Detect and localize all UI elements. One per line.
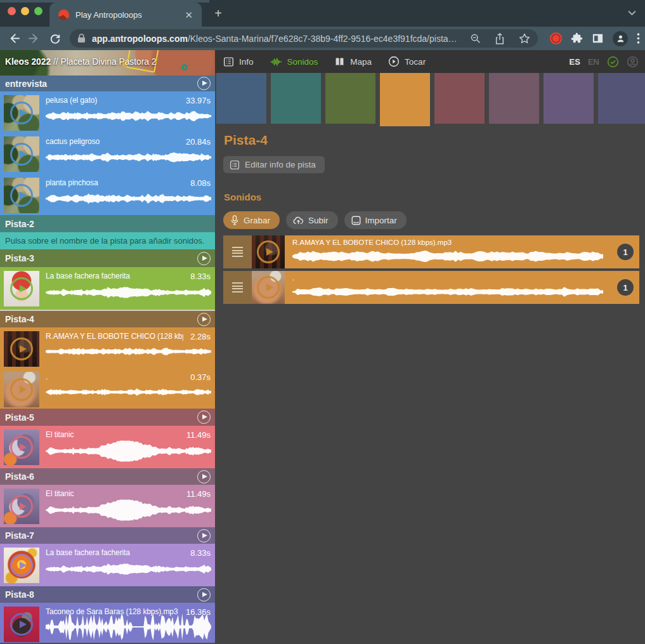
import-button[interactable]: Importar (344, 211, 407, 229)
sidebar-sound-row[interactable]: planta pinchosa8.08s (0, 174, 215, 215)
track-swatch-2[interactable] (271, 73, 321, 124)
sound-thumbnail[interactable] (252, 271, 285, 304)
play-track-icon[interactable] (197, 588, 211, 601)
waveform[interactable] (46, 384, 211, 400)
side-panel-icon[interactable] (592, 32, 604, 44)
track-header-Pista-6[interactable]: Pista-6 (0, 468, 215, 485)
play-track-icon[interactable] (197, 470, 211, 483)
address-bar[interactable]: app.antropoloops.com/Kleos-Santa-Marina/… (70, 29, 538, 48)
sidebar-sound-row[interactable]: La base fachera facherita8.33s (0, 544, 215, 586)
sound-thumbnail[interactable] (252, 235, 285, 268)
track-swatch-7[interactable] (544, 73, 594, 124)
waveform[interactable] (46, 561, 211, 577)
sidebar-sound-row[interactable]: El titanic11.49s (0, 426, 215, 468)
sidebar-sound-row[interactable]: pelusa (el gato)33.97s (0, 91, 215, 133)
waveform[interactable] (46, 190, 211, 207)
reload-button[interactable] (48, 31, 63, 46)
close-window-button[interactable] (8, 7, 16, 15)
sound-thumbnail[interactable] (4, 372, 39, 407)
play-sound-icon[interactable] (10, 102, 33, 124)
track-header-Pista-8[interactable]: Pista-8 (0, 586, 215, 603)
play-track-icon[interactable] (197, 529, 211, 542)
sound-thumbnail[interactable] (4, 548, 39, 583)
play-sound-icon[interactable] (257, 276, 280, 299)
play-sound-icon[interactable] (10, 554, 33, 577)
waveform[interactable] (46, 499, 211, 521)
sound-thumbnail[interactable] (4, 489, 39, 524)
track-swatch-5[interactable] (434, 73, 485, 124)
drag-handle-icon[interactable] (223, 271, 252, 304)
sound-thumbnail[interactable] (4, 331, 39, 367)
sound-thumbnail[interactable] (4, 271, 39, 306)
share-icon[interactable] (495, 33, 505, 44)
play-sound-icon[interactable] (10, 338, 33, 360)
play-sound-icon[interactable] (257, 240, 280, 263)
sidebar-sound-row[interactable]: El titanic11.49s (0, 485, 215, 527)
track-swatch-3[interactable] (325, 73, 375, 124)
track-header-Pista-2[interactable]: Pista-2 (0, 215, 215, 232)
sound-thumbnail[interactable] (4, 607, 39, 642)
drag-handle-icon[interactable] (223, 235, 252, 268)
track-header-Pista-4[interactable]: Pista-4 (0, 311, 215, 327)
waveform[interactable] (46, 613, 211, 641)
upload-button[interactable]: Subir (286, 211, 338, 229)
sidebar-sound-row[interactable]: cactus peligroso20.84s (0, 133, 215, 174)
sound-thumbnail[interactable] (4, 430, 39, 465)
play-track-icon[interactable] (197, 411, 211, 424)
lang-en-button[interactable]: EN (588, 57, 599, 67)
waveform[interactable] (292, 284, 603, 300)
profile-avatar-icon[interactable] (613, 31, 628, 46)
play-track-icon[interactable] (197, 77, 211, 90)
play-sound-icon[interactable] (10, 378, 33, 401)
sidebar-sound-row[interactable]: La base fachera facherita8.33s (0, 267, 215, 310)
extensions-puzzle-icon[interactable] (571, 32, 583, 44)
play-sound-icon[interactable] (10, 184, 33, 207)
record-button[interactable]: Grabar (223, 211, 280, 229)
play-sound-icon[interactable] (10, 436, 33, 459)
nav-sonidos[interactable]: Sonidos (270, 56, 318, 67)
browser-menu-icon[interactable] (637, 33, 640, 44)
lang-es-button[interactable]: ES (570, 57, 580, 67)
edit-track-info-button[interactable]: Editar info de pista (223, 156, 325, 173)
track-header-Pista-7[interactable]: Pista-7 (0, 527, 215, 544)
recording-indicator-icon[interactable] (550, 32, 562, 44)
main-sound-row[interactable]: .1 (223, 271, 639, 304)
sidebar-sound-row[interactable]: .0.37s (0, 368, 215, 409)
waveform[interactable] (46, 149, 211, 166)
new-tab-button[interactable]: + (212, 8, 225, 19)
play-sound-icon[interactable] (10, 495, 33, 518)
sidebar-sound-row[interactable]: Taconeo de Sara Baras (128 kbps).mp316.3… (0, 603, 215, 643)
zoom-window-button[interactable] (34, 7, 42, 15)
back-button[interactable] (6, 31, 21, 46)
sound-thumbnail[interactable] (4, 178, 39, 213)
sidebar-sound-row[interactable]: R.AMAYA Y EL BOBOTE CHICO (128 kbps)....… (0, 327, 215, 368)
bookmark-star-icon[interactable] (519, 33, 530, 44)
waveform[interactable] (46, 108, 211, 124)
zoom-icon[interactable] (470, 33, 481, 44)
play-track-icon[interactable] (197, 252, 211, 265)
main-sound-row[interactable]: R.AMAYA Y EL BOBOTE CHICO (128 kbps).mp3… (223, 235, 639, 268)
waveform[interactable] (292, 248, 603, 265)
nav-tocar[interactable]: Tocar (388, 56, 426, 67)
track-swatch-1[interactable] (216, 73, 266, 124)
waveform[interactable] (46, 284, 211, 301)
track-swatch-6[interactable] (489, 73, 539, 124)
play-track-icon[interactable] (197, 313, 211, 326)
account-icon[interactable] (627, 56, 639, 68)
track-swatch-4[interactable] (380, 73, 430, 126)
browser-tab[interactable]: Play Antropoloops ✕ (49, 3, 202, 27)
play-sound-icon[interactable] (10, 143, 33, 166)
project-header-photo[interactable]: Kleos 2022 // Placeta Divina Pastora 2 (0, 50, 215, 76)
sound-thumbnail[interactable] (4, 95, 39, 131)
track-header-Pista-5[interactable]: Pista-5 (0, 409, 215, 426)
sound-thumbnail[interactable] (4, 136, 39, 172)
minimize-window-button[interactable] (21, 7, 29, 15)
tab-search-chevron-icon[interactable] (628, 9, 636, 17)
forward-button[interactable] (27, 31, 42, 46)
nav-mapa[interactable]: Mapa (334, 56, 372, 67)
tab-close-icon[interactable]: ✕ (182, 9, 195, 21)
waveform[interactable] (46, 344, 211, 359)
waveform[interactable] (46, 440, 211, 462)
track-header-Pista-3[interactable]: Pista-3 (0, 249, 215, 267)
play-sound-icon[interactable] (10, 277, 33, 300)
